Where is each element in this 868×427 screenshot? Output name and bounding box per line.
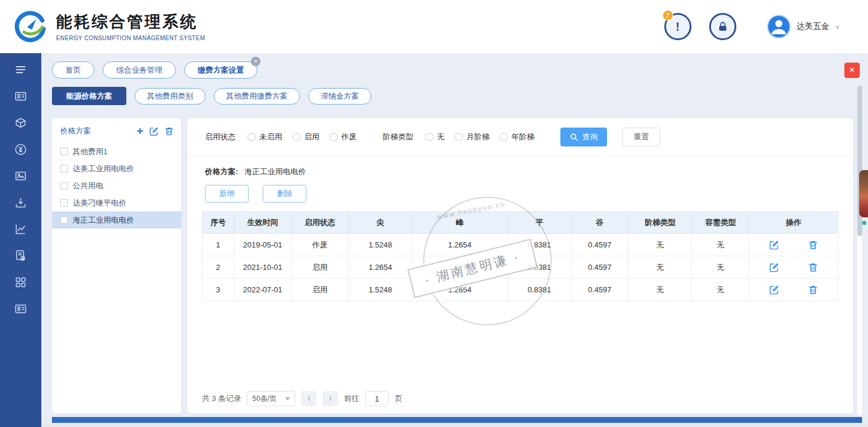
horizontal-scrollbar-track[interactable] (41, 423, 868, 427)
doc-settings-icon[interactable] (14, 249, 28, 263)
cell-flat: 0.8381 (507, 234, 571, 256)
cell-effective-date: 2022-07-01 (234, 279, 291, 301)
plan-list-item-label: 其他费用1 (73, 146, 107, 157)
menu-icon[interactable] (14, 63, 28, 77)
exclamation-icon (676, 20, 680, 34)
plan-list-item[interactable]: 达美工业用电电价 (52, 160, 181, 177)
radio-circle-icon (329, 133, 338, 141)
edit-row-button[interactable] (769, 240, 779, 250)
add-record-button[interactable]: 新增 (205, 185, 249, 203)
delete-row-button[interactable] (808, 240, 818, 250)
cell-index: 2 (203, 256, 234, 279)
subtab-late-fee-plan[interactable]: 滞纳金方案 (308, 88, 371, 105)
radio-ladder-monthly[interactable]: 月阶梯 (455, 132, 490, 142)
cell-ladder-type: 无 (628, 234, 692, 256)
checkbox-icon[interactable] (60, 216, 68, 224)
main-panel: 启用状态 未启用 启用 作废 阶梯类型 (187, 118, 853, 413)
delete-plan-icon[interactable] (164, 126, 174, 136)
radio-status-enabled[interactable]: 启用 (292, 132, 319, 142)
cell-ladder-type: 无 (628, 279, 692, 301)
notification-button[interactable]: 2 (664, 13, 691, 40)
cell-operations (749, 256, 838, 279)
line-chart-icon[interactable] (14, 222, 28, 236)
cell-capacity-type: 无 (692, 234, 749, 256)
reset-button[interactable]: 重置 (622, 128, 660, 146)
id-card-alt-icon[interactable] (14, 302, 28, 316)
col-header: 平 (507, 212, 571, 234)
cell-operations (749, 279, 838, 301)
notification-badge: 2 (663, 10, 673, 21)
edit-row-button[interactable] (769, 262, 779, 273)
radio-status-voided[interactable]: 作废 (329, 132, 357, 142)
chevron-down-icon (836, 24, 840, 30)
radio-ladder-yearly[interactable]: 年阶梯 (500, 132, 534, 142)
app-header: 能耗综合管理系统 ENERGY CONSUMPTION MANAGEMENT S… (0, 0, 868, 53)
cell-index: 3 (203, 279, 234, 301)
radio-circle-icon (292, 133, 301, 141)
plan-list-item-label: 达美工业用电电价 (73, 164, 134, 174)
cell-valley: 0.4597 (571, 256, 628, 279)
radio-status-not-enabled[interactable]: 未启用 (247, 132, 282, 142)
cell-peak: 1.2654 (412, 279, 508, 301)
package-icon[interactable] (14, 116, 28, 130)
cell-valley: 0.4597 (571, 234, 628, 256)
subtab-energy-price-plan[interactable]: 能源价格方案 (52, 87, 126, 105)
checkbox-icon[interactable] (60, 199, 68, 207)
current-plan-label: 价格方案: (205, 167, 238, 176)
subtab-other-fee-category[interactable]: 其他费用类别 (135, 88, 205, 105)
edit-plan-icon[interactable] (149, 126, 159, 136)
goto-suffix: 页 (394, 393, 402, 404)
sidebar-nav (0, 53, 41, 427)
currency-yen-icon[interactable] (14, 142, 28, 157)
subtab-other-fee-payment-plan[interactable]: 其他费用缴费方案 (214, 88, 300, 105)
tab-payment-plan-settings[interactable]: 缴费方案设置 (184, 61, 257, 79)
page-size-select[interactable]: 50条/页 (247, 391, 295, 406)
id-card-icon[interactable] (14, 89, 28, 103)
cell-status: 启用 (291, 256, 348, 279)
plan-list-item[interactable]: 达美刁继平电价 (52, 194, 181, 211)
delete-row-button[interactable] (808, 285, 818, 295)
col-header: 峰 (412, 212, 508, 234)
radio-ladder-none[interactable]: 无 (425, 132, 445, 142)
cell-sharp: 1.5248 (348, 234, 412, 256)
pagination: 共 3 条记录 50条/页 前往 页 (202, 391, 402, 406)
tab-close-icon[interactable] (251, 57, 260, 66)
checkbox-icon[interactable] (60, 182, 68, 190)
tab-home[interactable]: 首页 (52, 61, 94, 79)
grid-icon[interactable] (14, 275, 28, 289)
edit-row-button[interactable] (769, 285, 779, 295)
app-title: 能耗综合管理系统 (56, 11, 205, 32)
mascot-peek[interactable] (859, 170, 868, 217)
cell-capacity-type: 无 (692, 256, 749, 279)
col-header: 操作 (749, 212, 838, 234)
query-button[interactable]: 查询 (560, 128, 607, 146)
checkbox-icon[interactable] (60, 148, 68, 155)
add-plan-icon[interactable] (136, 127, 143, 135)
cell-valley: 0.4597 (571, 279, 628, 301)
prev-page-button[interactable] (301, 391, 316, 406)
goto-page-input[interactable] (365, 391, 389, 406)
cell-operations (749, 234, 838, 256)
app: 能耗综合管理系统 ENERGY CONSUMPTION MANAGEMENT S… (0, 0, 868, 427)
download-icon[interactable] (14, 195, 28, 210)
user-menu[interactable]: 达美五金 (767, 15, 840, 38)
checkbox-icon[interactable] (60, 165, 68, 172)
content-area: 首页 综合业务管理 缴费方案设置 能源价格方案 其他费用类别 其他费用缴费方案 … (41, 53, 868, 427)
tab-business-mgmt[interactable]: 综合业务管理 (103, 61, 176, 79)
report-image-icon[interactable] (14, 169, 28, 183)
close-page-button[interactable] (844, 63, 860, 78)
delete-row-button[interactable] (808, 262, 818, 273)
plan-list-item-selected[interactable]: 海正工业用电电价 (52, 211, 181, 229)
next-page-button[interactable] (322, 391, 338, 406)
table-row: 2 2021-10-01 启用 1.2654 1.2654 0.8381 0.4… (203, 256, 838, 279)
vertical-scrollbar[interactable] (857, 86, 862, 415)
plan-list-item[interactable]: 公共用电 (52, 177, 181, 194)
plan-list-item[interactable]: 其他费用1 (52, 143, 181, 160)
radio-circle-icon (455, 133, 463, 141)
radio-label: 年阶梯 (511, 132, 534, 142)
delete-record-button[interactable]: 删除 (263, 185, 306, 203)
lock-button[interactable] (709, 13, 736, 40)
query-button-label: 查询 (582, 132, 598, 142)
cell-ladder-type: 无 (628, 256, 692, 279)
radio-label: 启用 (304, 132, 319, 142)
